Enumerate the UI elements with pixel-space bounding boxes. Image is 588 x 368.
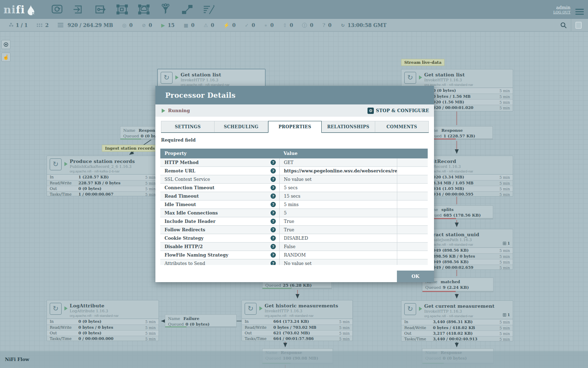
property-value: 5 secs [279, 184, 397, 192]
stat-out: Out0 (0 bytes)5 min [47, 186, 159, 191]
status-transmitting: ◎0 [122, 22, 133, 28]
stat-out: Out3,217 (418.02 KB)5 min [401, 330, 513, 336]
output-port-toolbar-icon[interactable] [94, 4, 107, 15]
refresh-icon[interactable]: ↻ [341, 23, 345, 28]
processor-get-current-measurement[interactable]: ↻ Get current measurement InvokeHTTP 1.1… [401, 300, 513, 341]
logo-text: ni [4, 4, 16, 16]
dialog-status-bar: Running ⚙ STOP & CONFIGURE [155, 104, 434, 117]
connection-failure[interactable]: NameFailure Queued0 (0 bytes) [165, 314, 237, 328]
connection-queued-value: 9 (2.24 KB) [443, 285, 469, 290]
canvas-label-stream-live-data[interactable]: Stream live-data [401, 59, 444, 66]
property-value: RANDOM [279, 251, 397, 259]
help-icon[interactable]: ? [271, 227, 276, 232]
processor-bundle: org.apache.nifi - nifi-standard-nar [265, 314, 338, 318]
connection-queued-value: 25 (6.28 KB) [283, 283, 312, 288]
help-icon[interactable]: ? [271, 177, 276, 182]
stat-tasks: Tasks/Time664 / 00:01:57.9865 min [242, 336, 352, 341]
properties-table-header: Property Value [160, 149, 428, 158]
property-row-read-timeout: Read Timeout? 15 secs [160, 192, 428, 200]
remote-process-group-toolbar-icon[interactable] [137, 4, 150, 15]
stop-and-configure-button[interactable]: ⚙ STOP & CONFIGURE [368, 108, 429, 114]
process-group-toolbar-icon[interactable] [115, 4, 129, 15]
property-value: 5 [279, 209, 397, 217]
status-up-to-date: ✓0 [245, 22, 255, 28]
connection-queued-label: Queued [123, 133, 141, 139]
tab-comments[interactable]: COMMENTS [375, 121, 429, 132]
connection-queued-mid[interactable]: Queued25 (6.28 KB) [262, 281, 332, 289]
connection-queued-label: Queued [425, 285, 443, 290]
help-icon[interactable]: ? [271, 160, 276, 165]
processor-type: InvokeHTTP 1.16.3 [181, 78, 230, 82]
processor-run-status: Running [168, 108, 190, 113]
help-icon[interactable]: ? [271, 202, 276, 207]
label-toolbar-icon[interactable] [202, 4, 216, 15]
stat-readwrite: Read/Write0 bytes / 418.02 KB5 min [401, 325, 513, 330]
property-row-disable-http2: Disable HTTP/2? False [160, 243, 428, 251]
column-value: Value [279, 149, 397, 158]
tab-properties[interactable]: PROPERTIES [268, 121, 322, 133]
processor-name: Get station list [181, 72, 230, 77]
property-value: https://www.pegelonline.wsv.de/webservic… [284, 167, 397, 175]
connection-name-value: Failure [183, 316, 199, 321]
disabled-icon: ⚡ [223, 23, 229, 28]
property-row-max-idle-connections: Max Idle Connections? 5 [160, 209, 428, 217]
version-badge: 1 [503, 241, 510, 245]
processor-produce-station-records[interactable]: ↻ Produce station records PublishKafkaRe… [47, 156, 159, 196]
help-icon[interactable]: ? [271, 193, 276, 199]
status-stopped: ■0 [184, 22, 195, 28]
connection-name-value: Response [441, 128, 463, 133]
tab-scheduling[interactable]: SCHEDULING [215, 121, 268, 132]
help-icon[interactable]: ? [271, 261, 276, 265]
processor-type: InvokeHTTP 1.16.3 [424, 309, 495, 314]
processor-get-historic-measurements[interactable]: ↻ Get historic measurements InvokeHTTP 1… [241, 300, 353, 341]
help-icon[interactable]: ? [271, 244, 276, 249]
processor-icon: ↻ [404, 303, 416, 315]
property-value: No value set [279, 175, 397, 183]
connection-queued-label: Queued [265, 282, 283, 288]
status-running: ▶15 [161, 22, 174, 28]
bulletin-panel-icon[interactable] [575, 22, 582, 29]
queue-fill-bar [422, 291, 493, 292]
input-port-toolbar-icon[interactable] [72, 4, 85, 15]
stat-tasks: Tasks/Time1 / 00:00:00.0675 min [47, 191, 159, 197]
stat-in: In1 (228.57 KB)5 min [47, 175, 159, 180]
nifi-logo: nifi [4, 4, 36, 16]
property-row-idle-timeout: Idle Timeout? 5 mins [160, 200, 428, 209]
queue-list-icon [58, 23, 63, 24]
operate-palette-button[interactable]: ☝ [1, 53, 10, 62]
cluster-icon [9, 25, 11, 27]
connection-name-value: matched [441, 279, 460, 284]
processor-icon: ↻ [50, 158, 62, 170]
ok-button[interactable]: OK [397, 271, 434, 282]
property-value: 15 secs [279, 192, 397, 200]
search-button[interactable] [556, 19, 571, 32]
help-icon[interactable]: ? [271, 168, 276, 173]
canvas-label-ingest-station-records[interactable]: Ingest station records [102, 145, 158, 152]
transmitting-icon: ◎ [122, 23, 126, 28]
help-icon[interactable]: ? [271, 219, 276, 224]
stat-in: In664 (173.24 KB)5 min [242, 319, 352, 325]
tab-settings[interactable]: SETTINGS [161, 121, 215, 132]
help-icon[interactable]: ? [271, 210, 276, 216]
stat-out: Out0 (0 bytes)5 min [47, 330, 159, 336]
processor-type: LogAttribute 1.16.3 [70, 309, 119, 313]
help-icon[interactable]: ? [271, 252, 276, 258]
funnel-toolbar-icon[interactable] [159, 4, 172, 15]
processor-icon: ↻ [50, 303, 62, 315]
tab-relationships[interactable]: RELATIONSHIPS [322, 121, 375, 132]
property-row-ssl-context-service: SSL Context Service? No value set [160, 175, 428, 184]
breadcrumb-bar [0, 351, 588, 368]
processor-log-attribute[interactable]: ↻ LogAttribute LogAttribute 1.16.3 org.a… [47, 300, 159, 341]
breadcrumb[interactable]: NiFi Flow [5, 357, 29, 362]
running-status-icon [162, 109, 165, 113]
template-toolbar-icon[interactable] [181, 4, 194, 15]
processor-toolbar-icon[interactable] [50, 4, 64, 15]
help-icon[interactable]: ? [271, 185, 276, 190]
stat-tasks: Tasks/Time0 / 00:00:00.0005 min [47, 336, 159, 341]
global-menu-icon[interactable] [575, 9, 584, 10]
logout-link[interactable]: LOG OUT [553, 10, 570, 14]
help-icon[interactable]: ? [271, 236, 276, 241]
status-not-transmitting: ⊘0 [142, 22, 152, 28]
processor-name: Get historic measurements [265, 303, 338, 308]
navigate-palette-button[interactable] [1, 40, 10, 49]
